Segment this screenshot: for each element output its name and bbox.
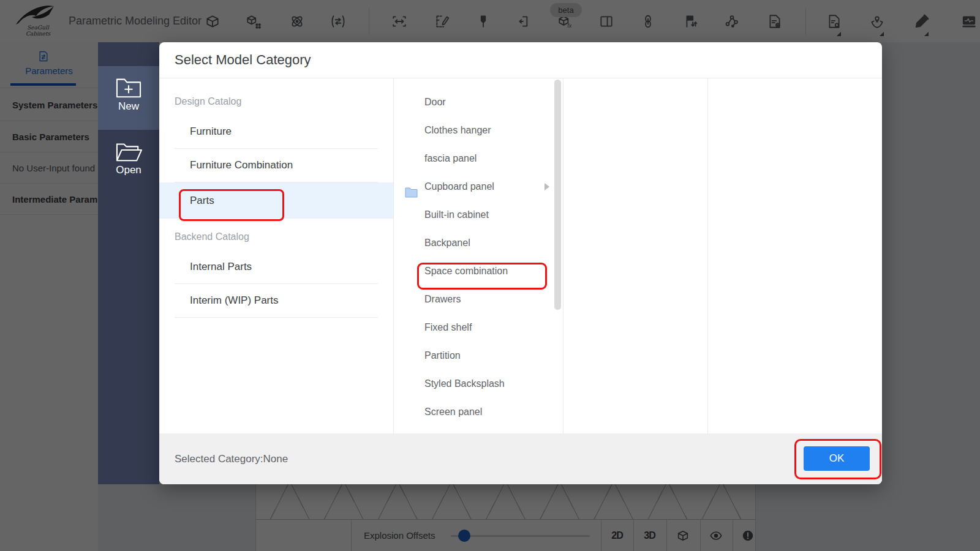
category-internal-parts[interactable]: Internal Parts [175,250,378,284]
subcategory-screen-panel[interactable]: Screen panel [394,398,563,426]
catalog-column: Design Catalog Furniture Furniture Combi… [159,78,394,433]
scrollbar-thumb[interactable] [554,80,561,310]
subcategory-clothes-hanger[interactable]: Clothes hanger [394,116,563,144]
subcategory-door[interactable]: Door [394,88,563,116]
group-header-design-catalog: Design Catalog [159,88,393,115]
launcher-panel: New Open [98,42,159,484]
group-header-backend-catalog: Backend Catalog [159,223,393,250]
chevron-right-icon [545,183,549,190]
empty-column-4 [707,78,882,433]
dialog-footer: Selected Category:None OK [159,433,882,484]
dialog-title: Select Model Category [175,42,311,78]
open-button[interactable]: Open [98,130,159,197]
app-root: SeaGull Cabinets Parametric Modeling Edi… [0,0,980,551]
subcategory-fixed-shelf[interactable]: Fixed shelf [394,313,563,342]
subcategory-fascia-panel[interactable]: fascia panel [394,144,563,173]
subcategory-built-in-cabinet[interactable]: Built-in cabinet [394,201,563,229]
annotation-box-space-combination [417,263,547,290]
subcategory-partition[interactable]: Partition [394,342,563,370]
folder-icon [405,181,418,192]
category-furniture-combination[interactable]: Furniture Combination [175,149,378,182]
open-button-label: Open [98,164,159,176]
annotation-box-parts [179,189,284,221]
selected-category-status: Selected Category:None [175,433,288,484]
subcategory-styled-backsplash[interactable]: Styled Backsplash [394,370,563,398]
subcategory-cupboard-panel[interactable]: Cupboard panel [394,173,563,201]
category-furniture[interactable]: Furniture [175,115,378,149]
empty-column-3 [564,78,708,433]
new-button-label: New [98,100,159,113]
subcategory-column: Door Clothes hanger fascia panel Cupboar… [394,78,564,433]
category-interim-wip-parts[interactable]: Interim (WIP) Parts [175,284,378,318]
folder-open-icon [115,138,143,163]
folder-plus-icon [115,75,143,99]
subcategory-backpanel[interactable]: Backpanel [394,229,563,257]
new-button[interactable]: New [98,66,159,130]
annotation-box-ok [794,439,881,479]
